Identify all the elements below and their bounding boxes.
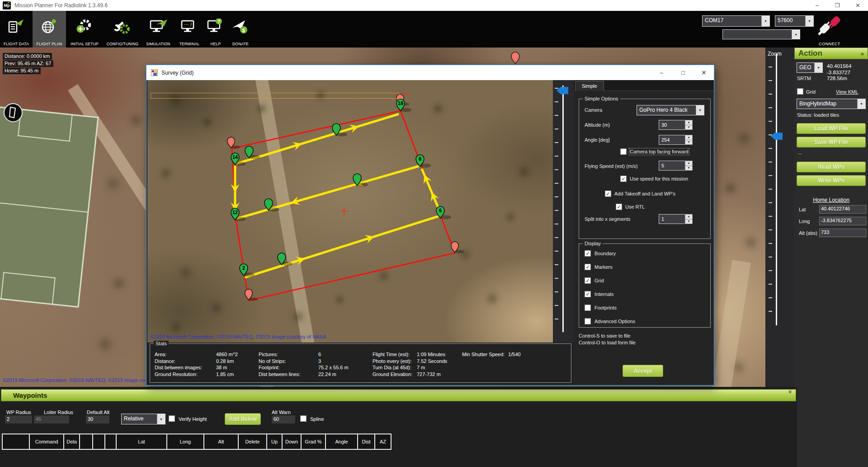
split-value[interactable]: 1 xyxy=(659,214,685,224)
advanced-options-checkbox[interactable] xyxy=(585,318,591,324)
accept-button[interactable]: Accept xyxy=(623,365,663,377)
alt-mode-select[interactable]: Relative ▼ xyxy=(121,414,165,424)
zoom-track[interactable] xyxy=(776,54,777,325)
flying-speed-value[interactable]: 5 xyxy=(659,161,685,171)
boundary-vertex-pin[interactable] xyxy=(227,137,241,149)
column-header-up[interactable]: Up xyxy=(267,434,283,450)
use-speed-checkbox[interactable]: ✓ xyxy=(620,176,627,182)
column-header-blank-5[interactable] xyxy=(105,434,117,450)
extra-port-select[interactable]: ▼ xyxy=(722,29,800,39)
waypoints-collapse-icon[interactable]: » xyxy=(787,390,794,400)
column-header-alt[interactable]: Alt xyxy=(204,434,239,450)
minimize-button[interactable]: – xyxy=(807,0,827,11)
waypoint-pin-2[interactable]: 2 xyxy=(240,264,255,277)
nav-initial-setup[interactable]: INITIAL SETUP xyxy=(66,11,103,48)
write-wps-button[interactable]: Write WPs xyxy=(797,175,866,186)
home-location-link[interactable]: Home Location xyxy=(794,197,868,203)
home-long-value[interactable]: -3.834762275 xyxy=(819,217,866,225)
camera-trigger-pin[interactable] xyxy=(245,146,260,159)
nav-flight-plan[interactable]: FLIGHT PLAN xyxy=(33,11,66,48)
column-header-az[interactable]: AZ xyxy=(375,434,392,450)
geo-dropdown-icon[interactable]: ▼ xyxy=(814,63,822,72)
survey-maximize-button[interactable]: □ xyxy=(674,65,692,80)
internals-checkbox[interactable]: ✓ xyxy=(585,291,591,297)
angle-spin-icons[interactable]: ▲▼ xyxy=(685,135,693,145)
tab-simple[interactable]: Simple xyxy=(575,81,604,91)
survey-map[interactable]: 181481262 100m ©2019 Microsoft Corporati… xyxy=(147,80,553,343)
grid-checkbox[interactable]: ✓ xyxy=(585,277,591,284)
altitude-stepper[interactable]: 30 ▲▼ xyxy=(659,120,693,130)
baud-rate-select[interactable]: 57600 ▼ xyxy=(775,15,814,27)
com-port-select[interactable]: COM17 ▼ xyxy=(702,15,770,27)
footprints-checkbox[interactable] xyxy=(585,305,591,311)
angle-value[interactable]: 254 xyxy=(659,135,685,145)
survey-zoom-track[interactable] xyxy=(562,86,564,332)
column-header-blank-0[interactable] xyxy=(2,434,30,450)
alt-warn-input[interactable]: 60 xyxy=(271,415,296,424)
draw-polygon-icon[interactable] xyxy=(4,103,23,122)
map-provider-select[interactable]: BingHybridMap ▼ xyxy=(797,99,866,109)
map-waypoint-pin[interactable] xyxy=(509,48,522,67)
read-wps-button[interactable]: Read WPs xyxy=(797,162,866,172)
waypoint-pin-12[interactable]: 12 xyxy=(231,208,246,221)
com-port-dropdown-icon[interactable]: ▼ xyxy=(761,16,769,26)
column-header-angle[interactable]: Angle xyxy=(326,434,358,450)
close-button[interactable]: ✕ xyxy=(848,0,868,11)
zoom-handle[interactable] xyxy=(771,133,783,140)
camera-trigger-pin[interactable] xyxy=(278,253,292,266)
angle-stepper[interactable]: 254 ▲▼ xyxy=(659,135,693,145)
verify-height-checkbox[interactable] xyxy=(169,415,175,422)
load-wp-file-button[interactable]: Load WP File xyxy=(797,123,866,134)
add-takeoff-checkbox[interactable]: ✓ xyxy=(605,191,611,197)
column-header-lat[interactable]: Lat xyxy=(117,434,167,450)
nav-simulation[interactable]: SIMULATION xyxy=(142,11,175,48)
boundary-checkbox[interactable]: ✓ xyxy=(585,250,591,257)
geo-select[interactable]: GEO ▼ xyxy=(797,62,823,73)
boundary-vertex-pin[interactable] xyxy=(245,289,258,301)
survey-close-button[interactable]: ✕ xyxy=(695,65,713,80)
spline-checkbox[interactable] xyxy=(300,415,307,422)
home-alt-value[interactable]: 733 xyxy=(819,229,866,237)
column-header-command[interactable]: Command xyxy=(30,434,64,450)
column-header-dist[interactable]: Dist xyxy=(358,434,375,450)
action-header[interactable]: Action » xyxy=(794,48,868,59)
restore-button[interactable]: ❐ xyxy=(827,0,848,11)
markers-checkbox[interactable]: ✓ xyxy=(585,264,591,270)
camera-select[interactable]: GoPro Hero 4 Black ▼ xyxy=(637,105,704,115)
camera-top-checkbox[interactable] xyxy=(620,148,627,155)
flying-speed-stepper[interactable]: 5 ▲▼ xyxy=(659,161,693,171)
survey-dialog-titlebar[interactable]: Survey (Grid) – □ ✕ xyxy=(146,65,714,80)
use-rtl-checkbox[interactable]: ✓ xyxy=(616,204,622,210)
extra-port-dropdown-icon[interactable]: ▼ xyxy=(792,30,800,39)
split-spin-icons[interactable]: ▲▼ xyxy=(685,214,693,224)
column-header-dela[interactable]: Dela xyxy=(64,434,80,450)
column-header-grad-[interactable]: Grad % xyxy=(302,434,326,450)
alt-mode-dropdown-icon[interactable]: ▼ xyxy=(157,414,165,424)
column-header-long[interactable]: Long xyxy=(167,434,204,450)
waypoint-pin-18[interactable]: 18 xyxy=(396,99,411,112)
camera-dropdown-icon[interactable]: ▼ xyxy=(696,105,704,115)
connect-button[interactable]: CONNECT xyxy=(809,12,850,47)
nav-config-tuning[interactable]: CONFIG/TUNING xyxy=(103,11,142,48)
altitude-value[interactable]: 30 xyxy=(659,120,685,130)
survey-minimize-button[interactable]: – xyxy=(652,65,670,80)
flying-speed-spin-icons[interactable]: ▲▼ xyxy=(685,161,693,171)
nav-flight-data[interactable]: FLIGHT DATA xyxy=(0,11,33,48)
add-below-button[interactable]: Add Below xyxy=(225,413,261,425)
nav-terminal[interactable]: ··· /TERMINAL xyxy=(175,11,204,48)
home-lat-value[interactable]: 40.40122746 xyxy=(819,205,866,214)
nav-help[interactable]: ?HELP xyxy=(204,11,227,48)
action-collapse-icon[interactable]: » xyxy=(861,50,868,57)
column-header-delete[interactable]: Delete xyxy=(239,434,267,450)
split-stepper[interactable]: 1 ▲▼ xyxy=(659,214,693,224)
view-kml-link[interactable]: View KML xyxy=(836,89,858,95)
column-header-blank-3[interactable] xyxy=(80,434,93,450)
column-header-down[interactable]: Down xyxy=(283,434,302,450)
boundary-vertex-pin[interactable] xyxy=(451,242,464,253)
grid-checkbox[interactable] xyxy=(797,88,803,95)
column-header-blank-4[interactable] xyxy=(93,434,105,450)
map-provider-dropdown-icon[interactable]: ▼ xyxy=(857,99,865,109)
save-wp-file-button[interactable]: Save WP File xyxy=(797,137,866,148)
loiter-radius-input[interactable]: 45 xyxy=(33,415,70,424)
camera-top-label[interactable]: Camera top facing forward xyxy=(630,149,689,154)
